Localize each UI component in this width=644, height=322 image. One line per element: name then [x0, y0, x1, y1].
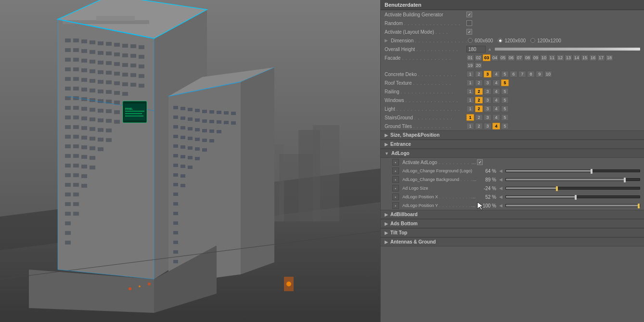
roof-texture-btn-5[interactable]: 5 — [501, 79, 509, 86]
light-btn-3[interactable]: 3 — [484, 105, 491, 112]
roof-texture-btn-2[interactable]: 2 — [475, 79, 483, 86]
dimension-1200x600[interactable]: 1200x600 — [498, 38, 526, 43]
light-btn-5[interactable]: 5 — [501, 105, 509, 112]
overall-height-input[interactable] — [466, 46, 486, 52]
adlogo-size-thumb[interactable] — [556, 186, 558, 191]
railing-btn-5[interactable]: 5 — [501, 88, 509, 95]
roof-texture-btn-4[interactable]: 4 — [492, 79, 500, 86]
adlogo-posy-track[interactable] — [505, 204, 640, 207]
dimension-600x600[interactable]: 600x600 — [468, 38, 493, 43]
light-btn-2[interactable]: 2 — [475, 105, 483, 112]
ground-tiles-btn-2[interactable]: 2 — [475, 123, 483, 129]
concrete-deko-btn-3[interactable]: 3 — [484, 71, 491, 77]
concrete-deko-btn-5[interactable]: 5 — [501, 71, 509, 77]
facade-btn-11[interactable]: 11 — [548, 54, 556, 61]
railing-btn-1[interactable]: 1 — [466, 88, 474, 95]
roof-texture-btn-3[interactable]: 3 — [484, 79, 491, 86]
facade-btn-14[interactable]: 14 — [573, 54, 580, 61]
adlogo-size-track[interactable] — [505, 187, 640, 190]
adlogo-fg-arrow[interactable]: ◀ — [498, 168, 503, 173]
adlogo-posx-arrow[interactable]: ◀ — [498, 194, 503, 199]
railing-btn-2[interactable]: 2 — [475, 88, 483, 95]
facade-btn-16[interactable]: 16 — [589, 54, 597, 61]
adlogo-bg-arrow[interactable]: ◀ — [498, 177, 503, 182]
ads-bottom-section[interactable]: ▶ Ads Bottom — [381, 219, 644, 228]
adlogo-posy-icon[interactable]: ▪ — [392, 202, 399, 209]
adlogo-fg-icon[interactable]: ▪ — [392, 167, 399, 174]
facade-btn-02[interactable]: 02 — [475, 54, 482, 61]
roof-texture-btn-1[interactable]: 1 — [466, 79, 474, 86]
activate-layout-mode-checkbox[interactable]: ✓ — [466, 29, 472, 35]
concrete-deko-btn-2[interactable]: 2 — [475, 71, 483, 77]
facade-btn-12[interactable]: 12 — [556, 54, 564, 61]
facade-btn-04[interactable]: 04 — [491, 54, 499, 61]
facade-btn-01[interactable]: 01 — [466, 54, 474, 61]
facade-btn-17[interactable]: 17 — [597, 54, 605, 61]
adlogo-posx-track[interactable] — [505, 195, 640, 198]
stairs-btn-3[interactable]: 3 — [484, 114, 491, 121]
dimension-1200x1200[interactable]: 1200x1200 — [530, 38, 561, 43]
concrete-deko-btn-8[interactable]: 8 — [527, 71, 535, 77]
facade-btn-07[interactable]: 07 — [515, 54, 523, 61]
facade-btn-09[interactable]: 09 — [532, 54, 540, 61]
concrete-deko-btn-10[interactable]: 10 — [544, 71, 552, 77]
railing-btn-3[interactable]: 3 — [484, 88, 491, 95]
railing-btn-4[interactable]: 4 — [492, 88, 500, 95]
facade-btn-05[interactable]: 05 — [499, 54, 507, 61]
facade-btn-20[interactable]: 20 — [475, 62, 482, 69]
adlogo-size-arrow[interactable]: ◀ — [498, 186, 503, 191]
stairs-btn-5[interactable]: 5 — [501, 114, 509, 121]
adbillboard-section[interactable]: ▶ AdBillboard — [381, 210, 644, 219]
ground-tiles-btn-3[interactable]: 3 — [484, 123, 491, 129]
concrete-deko-btn-9[interactable]: 9 — [536, 71, 543, 77]
radio-1200x1200[interactable] — [530, 38, 535, 43]
facade-btn-19[interactable]: 19 — [466, 62, 474, 69]
size-shape-position-section[interactable]: ▶ Size, Shape&Position — [381, 130, 644, 140]
adlogo-activate-icon[interactable]: ▪ — [392, 159, 399, 166]
facade-btn-03[interactable]: 03 — [483, 54, 490, 61]
facade-btn-10[interactable]: 10 — [540, 54, 548, 61]
facade-btn-18[interactable]: 18 — [605, 54, 613, 61]
facade-btn-06[interactable]: 06 — [507, 54, 515, 61]
facade-btn-15[interactable]: 15 — [581, 54, 589, 61]
entrance-section[interactable]: ▶ Entrance — [381, 140, 644, 149]
windows-btn-5[interactable]: 5 — [501, 97, 509, 103]
radio-600x600[interactable] — [468, 38, 473, 43]
antennas-ground-section[interactable]: ▶ Antennas & Ground — [381, 237, 644, 246]
adlogo-posy-arrow[interactable]: ◀ — [498, 203, 503, 208]
stairs-btn-1[interactable]: 1 — [466, 114, 474, 121]
radio-1200x600[interactable] — [498, 38, 502, 43]
ground-tiles-btn-5[interactable]: 5 — [501, 123, 509, 129]
concrete-deko-btn-6[interactable]: 6 — [510, 71, 517, 77]
activate-adlogo-checkbox[interactable]: ✓ — [477, 159, 483, 165]
ground-tiles-btn-1[interactable]: 1 — [466, 123, 474, 129]
adlogo-fg-thumb[interactable] — [591, 169, 592, 174]
panel-scroll-area[interactable]: Activate Building Generator ✓ Random . .… — [381, 10, 644, 322]
tilt-top-section[interactable]: ▶ Tilt Top — [381, 228, 644, 237]
stairs-btn-4[interactable]: 4 — [492, 114, 500, 121]
windows-btn-1[interactable]: 1 — [466, 97, 474, 103]
concrete-deko-btn-4[interactable]: 4 — [492, 71, 500, 77]
adlogo-size-icon[interactable]: ▪ — [392, 185, 399, 192]
adlogo-fg-track[interactable] — [505, 169, 640, 172]
adlogo-bg-track[interactable] — [505, 178, 640, 181]
light-btn-4[interactable]: 4 — [492, 105, 500, 112]
ground-tiles-btn-4[interactable]: 4 — [492, 123, 500, 129]
facade-btn-13[interactable]: 13 — [565, 54, 572, 61]
activate-building-generator-checkbox[interactable]: ✓ — [466, 12, 472, 17]
adlogo-bg-icon[interactable]: ▪ — [392, 176, 399, 183]
facade-btn-08[interactable]: 08 — [524, 54, 531, 61]
light-btn-1[interactable]: 1 — [466, 105, 474, 112]
concrete-deko-btn-7[interactable]: 7 — [518, 71, 526, 77]
random-checkbox[interactable] — [466, 20, 472, 26]
adlogo-posx-thumb[interactable] — [575, 195, 577, 200]
adlogo-posy-thumb[interactable] — [638, 204, 640, 208]
windows-btn-2[interactable]: 2 — [475, 97, 483, 103]
concrete-deko-btn-1[interactable]: 1 — [466, 71, 474, 77]
windows-btn-4[interactable]: 4 — [492, 97, 500, 103]
height-arrow-up[interactable]: ▲ — [487, 47, 493, 52]
windows-btn-3[interactable]: 3 — [484, 97, 491, 103]
adlogo-posx-icon[interactable]: ▪ — [392, 193, 399, 200]
adlogo-bg-thumb[interactable] — [624, 178, 626, 182]
adlogo-section[interactable]: ▼ AdLogo — [381, 149, 644, 158]
